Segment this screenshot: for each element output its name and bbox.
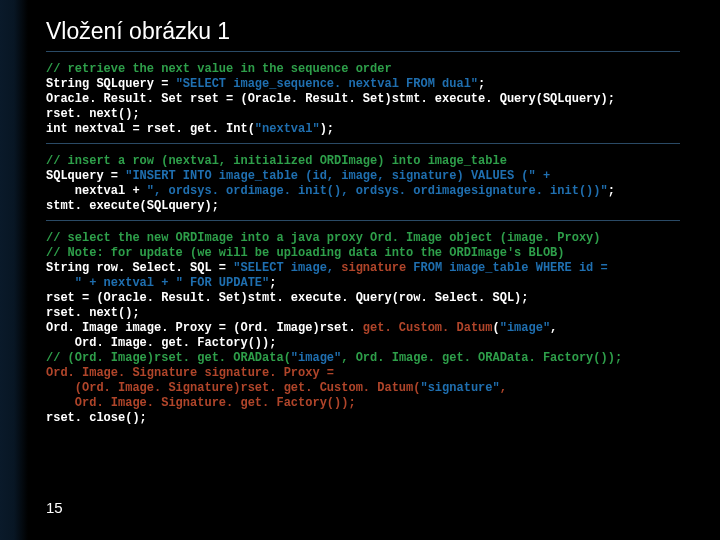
slide: Vložení obrázku 1 // retrieve the next v… [0,0,720,540]
code-line: " + nextval + " FOR UPDATE"; [46,276,276,290]
code-line: Oracle. Result. Set rset = (Oracle. Resu… [46,92,615,106]
code-line: // (Ord. Image)rset. get. ORAData("image… [46,351,622,365]
code-line: rset. next(); [46,107,140,121]
code-line: Ord. Image. get. Factory()); [46,336,276,350]
code-line: Ord. Image image. Proxy = (Ord. Image)rs… [46,321,557,335]
code-block-3: // select the new ORDImage into a java p… [46,231,680,426]
code-block-1: // retrieve the next value in the sequen… [46,62,680,137]
code-line: (Ord. Image. Signature)rset. get. Custom… [46,381,507,395]
code-line: String row. Select. SQL = "SELECT image,… [46,261,608,275]
comment: // retrieve the next value in the sequen… [46,62,392,76]
code-line: nextval + ", ordsys. ordimage. init(), o… [46,184,615,198]
comment: // insert a row (nextval, initialized OR… [46,154,507,168]
code-line: int nextval = rset. get. Int("nextval"); [46,122,334,136]
code-line: rset. close(); [46,411,147,425]
code-line: Ord. Image. Signature. get. Factory()); [46,396,356,410]
left-accent [0,0,28,540]
code-line: stmt. execute(SQLquery); [46,199,219,213]
code-block-2: // insert a row (nextval, initialized OR… [46,154,680,214]
code-line: rset = (Oracle. Result. Set)stmt. execut… [46,291,528,305]
comment: // Note: for update (we will be uploadin… [46,246,564,260]
code-line: SQLquery = "INSERT INTO image_table (id,… [46,169,550,183]
code-line: String SQLquery = "SELECT image_sequence… [46,77,485,91]
slide-title: Vložení obrázku 1 [46,18,680,52]
separator [46,220,680,221]
comment: // select the new ORDImage into a java p… [46,231,601,245]
code-line: Ord. Image. Signature signature. Proxy = [46,366,334,380]
code-line: rset. next(); [46,306,140,320]
separator [46,143,680,144]
page-number: 15 [46,499,63,516]
